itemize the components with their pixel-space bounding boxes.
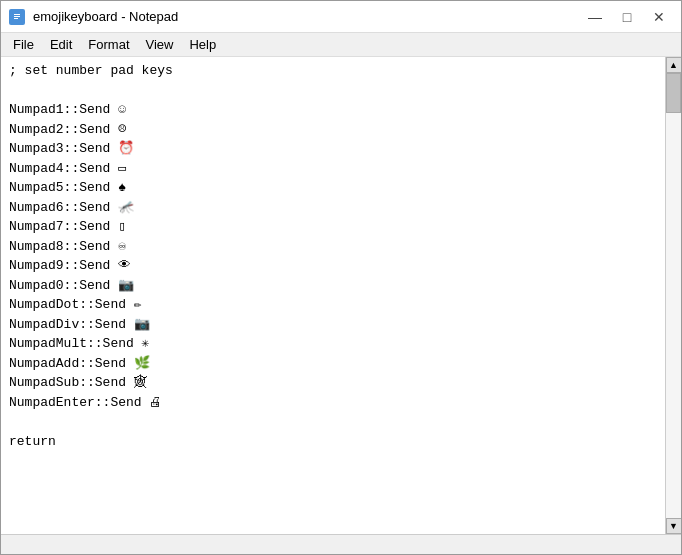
vertical-scrollbar[interactable]: ▲ ▼ (665, 57, 681, 534)
svg-rect-3 (14, 18, 18, 19)
numpaddiv-line: NumpadDiv::Send 📷 (9, 317, 150, 332)
window-controls: — □ ✕ (581, 7, 673, 27)
numpad3-line: Numpad3::Send ⏰ (9, 141, 134, 156)
numpaddot-line: NumpadDot::Send ✏ (9, 297, 142, 312)
numpad7-line: Numpad7::Send ▯ (9, 219, 126, 234)
title-bar: emojikeyboard - Notepad — □ ✕ (1, 1, 681, 33)
scroll-down-button[interactable]: ▼ (666, 518, 682, 534)
scrollbar-track[interactable] (666, 73, 681, 518)
app-icon (9, 9, 25, 25)
menu-bar: File Edit Format View Help (1, 33, 681, 57)
minimize-button[interactable]: — (581, 7, 609, 27)
numpadmult-line: NumpadMult::Send ✳ (9, 336, 149, 351)
text-editor[interactable]: ; set number pad keys Numpad1::Send ☺ Nu… (1, 57, 665, 534)
maximize-button[interactable]: □ (613, 7, 641, 27)
svg-rect-2 (14, 16, 20, 17)
close-button[interactable]: ✕ (645, 7, 673, 27)
menu-help[interactable]: Help (181, 35, 224, 54)
numpadsub-line: NumpadSub::Send 🕸 (9, 375, 147, 390)
menu-file[interactable]: File (5, 35, 42, 54)
menu-edit[interactable]: Edit (42, 35, 80, 54)
comment-line: ; set number pad keys (9, 63, 173, 78)
main-window: emojikeyboard - Notepad — □ ✕ File Edit … (0, 0, 682, 555)
content-area: ; set number pad keys Numpad1::Send ☺ Nu… (1, 57, 681, 534)
numpad4-line: Numpad4::Send ▭ (9, 161, 126, 176)
scrollbar-thumb[interactable] (666, 73, 681, 113)
menu-view[interactable]: View (138, 35, 182, 54)
numpad1-line: Numpad1::Send ☺ (9, 102, 126, 117)
svg-rect-1 (14, 14, 20, 15)
numpadadd-line: NumpadAdd::Send 🌿 (9, 356, 150, 371)
status-bar (1, 534, 681, 554)
return-line: return (9, 434, 56, 449)
numpad0-line: Numpad0::Send 📷 (9, 278, 134, 293)
window-title: emojikeyboard - Notepad (33, 9, 581, 24)
menu-format[interactable]: Format (80, 35, 137, 54)
scroll-up-button[interactable]: ▲ (666, 57, 682, 73)
numpad2-line: Numpad2::Send ☹ (9, 122, 126, 137)
numpad8-line: Numpad8::Send ♾ (9, 239, 126, 254)
numpad9-line: Numpad9::Send 👁 (9, 258, 131, 273)
numpad6-line: Numpad6::Send 🦟 (9, 200, 134, 215)
numpadenter-line: NumpadEnter::Send 🖨 (9, 395, 162, 410)
numpad5-line: Numpad5::Send ♠ (9, 180, 126, 195)
